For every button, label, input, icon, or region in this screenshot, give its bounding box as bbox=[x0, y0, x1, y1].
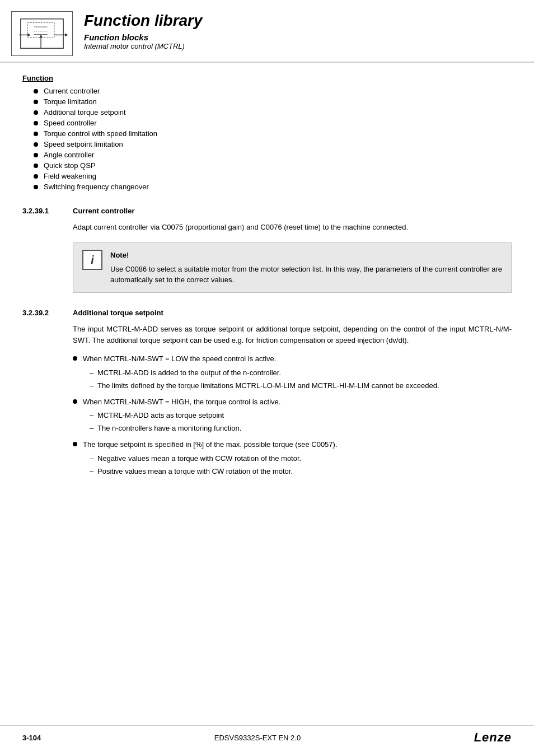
content: Function Current controller Torque limit… bbox=[0, 63, 534, 504]
bullet-dot bbox=[34, 100, 38, 104]
section-title-2: Additional torque setpoint bbox=[73, 309, 163, 317]
bullet-text-2: The torque setpoint is specified in [%] … bbox=[83, 439, 338, 451]
section-body-1: Adapt current controller via C0075 (prop… bbox=[22, 222, 512, 293]
section-number-1: 3.2.39.1 bbox=[22, 207, 73, 215]
section-title-1: Current controller bbox=[73, 207, 135, 215]
note-text: Use C0086 to select a suitable motor fro… bbox=[110, 264, 502, 286]
footer-page: 3-104 bbox=[22, 734, 41, 742]
bullet-dot bbox=[34, 164, 38, 168]
subtitle-italic: Internal motor control (MCTRL) bbox=[84, 42, 512, 50]
note-title: Note! bbox=[110, 250, 502, 262]
bullet-dot bbox=[34, 132, 38, 136]
list-item: Speed setpoint limitation bbox=[34, 140, 512, 148]
sub-list-item: MCTRL-M-ADD acts as torque setpoint bbox=[90, 410, 512, 422]
bullet-dot bbox=[34, 174, 38, 179]
bullet-text-1: When MCTRL-N/M-SWT = HIGH, the torque co… bbox=[83, 396, 280, 408]
sub-list-item: Positive values mean a torque with CW ro… bbox=[90, 466, 512, 478]
subtitle-bold: Function blocks bbox=[84, 32, 512, 42]
svg-marker-5 bbox=[65, 34, 68, 37]
sub-list-item: The n-controllers have a monitoring func… bbox=[90, 423, 512, 435]
main-bullet-item-2: The torque setpoint is specified in [%] … bbox=[73, 439, 512, 477]
sub-bullet-list-0: MCTRL-M-ADD is added to the output of th… bbox=[73, 367, 512, 392]
main-title: Function library bbox=[84, 11, 512, 30]
bullet-dot bbox=[34, 142, 38, 147]
list-item: Torque limitation bbox=[34, 97, 512, 106]
sub-list-item: Negative values mean a torque with CCW r… bbox=[90, 453, 512, 465]
section-heading-2: 3.2.39.2 Additional torque setpoint bbox=[22, 309, 512, 317]
sub-list-item: MCTRL-M-ADD is added to the output of th… bbox=[90, 367, 512, 379]
logo-svg bbox=[16, 16, 68, 51]
bullet-dot bbox=[34, 121, 38, 125]
list-item: Quick stop QSP bbox=[34, 161, 512, 170]
svg-rect-0 bbox=[21, 19, 63, 48]
section-heading-1: 3.2.39.1 Current controller bbox=[22, 207, 512, 215]
bullet-dot bbox=[34, 89, 38, 94]
svg-marker-10 bbox=[39, 34, 43, 38]
header-logo bbox=[11, 11, 73, 56]
sub-bullet-list-1: MCTRL-M-ADD acts as torque setpoint The … bbox=[73, 410, 512, 435]
list-item: Speed controller bbox=[34, 119, 512, 127]
function-label: Function bbox=[22, 74, 512, 82]
note-box: i Note! Use C0086 to select a suitable m… bbox=[73, 242, 512, 293]
section-body-2: The input MCTRL-M-ADD serves as torque s… bbox=[22, 324, 512, 478]
footer-brand: Lenze bbox=[474, 730, 512, 745]
bullet-dot bbox=[73, 399, 77, 404]
function-section: Function Current controller Torque limit… bbox=[22, 74, 512, 191]
header-text: Function library Function blocks Interna… bbox=[84, 11, 512, 50]
section-intro-2: The input MCTRL-M-ADD serves as torque s… bbox=[73, 324, 512, 347]
list-item: Field weakening bbox=[34, 172, 512, 180]
sub-list-item: The limits defined by the torque limitat… bbox=[90, 380, 512, 392]
list-item: Switching frequency changeover bbox=[34, 183, 512, 191]
main-bullet-item-1: When MCTRL-N/M-SWT = HIGH, the torque co… bbox=[73, 396, 512, 435]
list-item: Current controller bbox=[34, 87, 512, 95]
list-item: Torque control with speed limitation bbox=[34, 129, 512, 138]
footer-doc: EDSVS9332S-EXT EN 2.0 bbox=[214, 734, 301, 742]
section-number-2: 3.2.39.2 bbox=[22, 309, 73, 317]
bullet-text-0: When MCTRL-N/M-SWT = LOW the speed contr… bbox=[83, 353, 276, 365]
sub-bullet-list-2: Negative values mean a torque with CCW r… bbox=[73, 453, 512, 478]
note-content: Note! Use C0086 to select a suitable mot… bbox=[110, 250, 502, 286]
bullet-dot bbox=[73, 442, 77, 446]
page-container: Function library Function blocks Interna… bbox=[0, 0, 534, 756]
bullet-dot bbox=[73, 356, 77, 361]
header: Function library Function blocks Interna… bbox=[0, 0, 534, 63]
list-item: Additional torque setpoint bbox=[34, 108, 512, 116]
footer: 3-104 EDSVS9332S-EXT EN 2.0 Lenze bbox=[0, 725, 534, 745]
bullet-dot bbox=[34, 185, 38, 189]
bullet-dot bbox=[34, 153, 38, 157]
function-list: Current controller Torque limitation Add… bbox=[22, 87, 512, 191]
bullet-dot bbox=[34, 110, 38, 115]
svg-marker-3 bbox=[27, 34, 31, 37]
note-icon: i bbox=[82, 250, 102, 270]
main-bullet-item-0: When MCTRL-N/M-SWT = LOW the speed contr… bbox=[73, 353, 512, 391]
section-paragraph-1: Adapt current controller via C0075 (prop… bbox=[73, 222, 512, 234]
list-item: Angle controller bbox=[34, 151, 512, 159]
